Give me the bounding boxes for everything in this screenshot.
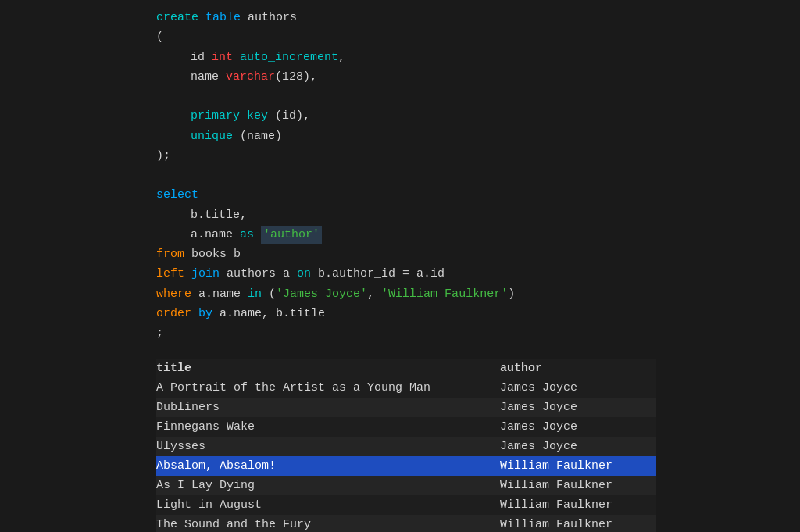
where-paren: ( <box>262 285 276 303</box>
results-tbody: A Portrait of the Artist as a Young ManJ… <box>156 378 656 532</box>
table-header-row: title author <box>156 359 656 378</box>
col-header-author: author <box>500 359 656 378</box>
code-line-semi: ; <box>0 323 800 343</box>
kw-auto-increment: auto_increment <box>240 48 338 66</box>
results-section: title author A Portrait of the Artist as… <box>0 359 800 532</box>
field-id-2 <box>233 48 240 66</box>
where-close: ) <box>508 285 515 303</box>
col-header-title: title <box>156 359 500 378</box>
table-row: As I Lay DyingWilliam Faulkner <box>156 476 656 495</box>
semicolon: ; <box>156 324 163 342</box>
close-paren: ); <box>156 147 170 165</box>
cell-title: Absalom, Absalom! <box>156 456 500 476</box>
code-line-blank1 <box>0 87 800 106</box>
cell-author: William Faulkner <box>500 495 656 515</box>
table-row: DublinersJames Joyce <box>156 398 656 417</box>
code-line-name: name varchar(128), <box>0 67 800 87</box>
results-table: title author A Portrait of the Artist as… <box>156 359 656 532</box>
kw-create: create <box>156 9 205 27</box>
kw-primary: primary key <box>191 107 268 125</box>
table-row: UlyssesJames Joyce <box>156 437 656 456</box>
table-row: The Sound and the FuryWilliam Faulkner <box>156 515 656 532</box>
cell-author: William Faulkner <box>500 515 656 532</box>
cell-title: Ulysses <box>156 437 500 456</box>
kw-join: join <box>191 265 220 283</box>
kw-unique: unique <box>191 127 233 145</box>
kw-from: from <box>156 245 184 263</box>
primary-key-val: (id), <box>268 107 310 125</box>
code-section: create table authors ( id int auto_incre… <box>0 0 800 351</box>
unique-val: (name) <box>233 127 282 145</box>
cell-title: As I Lay Dying <box>156 476 500 495</box>
table-row: Light in AugustWilliam Faulkner <box>156 495 656 515</box>
comma1: , <box>338 48 345 66</box>
kw-int: int <box>212 48 233 66</box>
str-william-faulkner: 'William Faulkner' <box>381 285 508 303</box>
field-btitle: b.title, <box>191 206 247 224</box>
kw-in: in <box>248 285 262 303</box>
field-name-2: (128), <box>275 68 317 86</box>
cell-title: Dubliners <box>156 398 500 417</box>
code-line-select: select <box>0 185 800 205</box>
code-line-create-table: create table authors <box>0 8 800 27</box>
cell-author: James Joyce <box>500 437 656 456</box>
kw-select: select <box>156 186 198 204</box>
table-row: A Portrait of the Artist as a Young ManJ… <box>156 378 656 398</box>
code-line-aname: a.name as 'author' <box>0 225 800 245</box>
table-name: authors <box>248 9 297 27</box>
where-val: a.name <box>191 285 248 303</box>
where-comma: , <box>367 285 381 303</box>
code-line-where: where a.name in ('James Joyce', 'William… <box>0 284 800 304</box>
cell-author: William Faulkner <box>500 476 656 495</box>
kw-table: table <box>205 9 248 27</box>
order-val: a.name, b.title <box>212 305 325 323</box>
cell-author: James Joyce <box>500 417 656 437</box>
main-container: create table authors ( id int auto_incre… <box>0 0 800 532</box>
cell-title: A Portrait of the Artist as a Young Man <box>156 378 500 398</box>
alias-author: 'author' <box>261 226 322 244</box>
code-line-from: from books b <box>0 245 800 264</box>
kw-left: left <box>156 265 191 283</box>
cell-author: James Joyce <box>500 398 656 417</box>
code-line-order: order by a.name, b.title <box>0 304 800 323</box>
field-name: name <box>191 68 226 86</box>
code-line-btitle: b.title, <box>0 205 800 225</box>
cell-author: James Joyce <box>500 378 656 398</box>
field-id: id <box>191 48 212 66</box>
kw-by: by <box>198 305 212 323</box>
join-condition: b.author_id = a.id <box>311 265 445 283</box>
table-row: Absalom, Absalom!William Faulkner <box>156 456 656 476</box>
cell-title: Light in August <box>156 495 500 515</box>
code-line-id: id int auto_increment, <box>0 48 800 67</box>
cell-title: Finnegans Wake <box>156 417 500 437</box>
from-val: books b <box>184 245 241 263</box>
join-val: authors a <box>220 265 297 283</box>
code-line-primary-key: primary key (id), <box>0 106 800 126</box>
kw-on: on <box>297 265 311 283</box>
code-line-blank2 <box>0 166 800 185</box>
cell-author: William Faulkner <box>500 456 656 476</box>
table-row: Finnegans WakeJames Joyce <box>156 417 656 437</box>
field-aname: a.name <box>191 226 240 244</box>
code-line-close-paren: ); <box>0 146 800 166</box>
kw-as: as <box>240 226 261 244</box>
code-line-unique: unique (name) <box>0 127 800 146</box>
cell-title: The Sound and the Fury <box>156 515 500 532</box>
kw-where: where <box>156 285 191 303</box>
code-line-open-paren: ( <box>0 27 800 47</box>
code-line-join: left join authors a on b.author_id = a.i… <box>0 264 800 284</box>
kw-order: order <box>156 305 198 323</box>
open-paren: ( <box>156 28 163 46</box>
kw-varchar: varchar <box>226 68 275 86</box>
str-james-joyce: 'James Joyce' <box>276 285 367 303</box>
